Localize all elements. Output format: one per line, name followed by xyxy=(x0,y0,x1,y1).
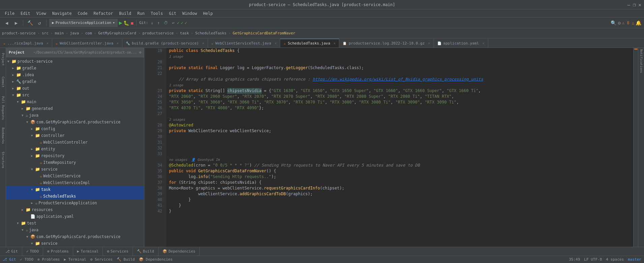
tab-2[interactable]: 🔧build.gradle (product-service)× xyxy=(122,39,208,48)
tree-item[interactable]: ☕ WebClientServiceImpl xyxy=(6,179,144,186)
tree-item[interactable]: ▶ 📁 gradle xyxy=(6,65,144,71)
breadcrumb-method[interactable]: GetGraphicsCardDataFromNaver xyxy=(233,31,295,35)
tree-item[interactable]: ▼ 📁 service xyxy=(6,240,144,247)
git-history[interactable]: ⏱ xyxy=(163,20,169,26)
terminal-button[interactable]: ▶ Terminal xyxy=(64,257,86,262)
tree-item[interactable]: ▶ 🔧 gradle xyxy=(6,78,144,85)
toolbar-sync[interactable]: ↺ xyxy=(35,19,43,27)
menu-item-navigate[interactable]: Navigate xyxy=(50,10,75,17)
dependencies-button[interactable]: 📦 Dependencies xyxy=(139,257,173,262)
tab-close-button[interactable]: × xyxy=(117,41,119,45)
breadcrumb-product-service[interactable]: product-service xyxy=(2,31,35,35)
tree-item[interactable]: ▼ 📁 test xyxy=(6,220,144,227)
bottom-tab-build[interactable]: 🔨Build xyxy=(133,247,158,256)
tree-item[interactable]: ▶ 📁 repository xyxy=(6,152,144,159)
menu-item-tools[interactable]: Tools xyxy=(148,10,166,17)
menu-item-file[interactable]: File xyxy=(2,10,17,17)
tab-4[interactable]: ☕ScheduledTasks.java× xyxy=(280,39,339,48)
toolbar-build[interactable]: 🔨 xyxy=(26,19,34,27)
tree-item[interactable]: ▶ 📁 resources xyxy=(6,206,144,213)
git-push[interactable]: ↑ xyxy=(156,20,161,26)
structure-tool-button[interactable]: Structure xyxy=(0,150,6,170)
bookmarks-tool-button[interactable]: Bookmarks xyxy=(0,125,6,146)
breadcrumb-getmygraphicscard[interactable]: GetMyGraphicsCard xyxy=(98,31,136,35)
tree-item[interactable]: ☕ ItemRepository xyxy=(6,159,144,166)
tree-item[interactable]: ▼ 📦 com.GetMyGraphicsCard.productservice xyxy=(6,233,144,240)
bottom-tab-dependencies[interactable]: 📦Dependencies xyxy=(158,247,200,256)
git-rollback[interactable]: ↩ xyxy=(171,20,176,26)
commit-tool-button[interactable]: Commit xyxy=(0,74,6,90)
toolbar-forward[interactable]: ▶ xyxy=(12,19,20,27)
tree-item[interactable]: ▶ 📁 generated xyxy=(6,105,144,112)
menu-item-view[interactable]: View xyxy=(34,10,49,17)
tree-item[interactable]: ▶ 📁 out xyxy=(6,85,144,92)
tree-item[interactable]: ▶ 📁 config xyxy=(6,125,144,132)
run-config-selector[interactable]: ▶ ProductServiceApplication ▾ xyxy=(49,19,118,27)
search-everywhere-button[interactable]: 🔍 xyxy=(611,20,616,26)
tree-item[interactable]: ▼ 📁 controller xyxy=(6,132,144,139)
tab-5[interactable]: 📋productservice.log.2022-12-18.0.gz× xyxy=(339,39,434,48)
tab-0[interactable]: ☕...riceImpl.java× xyxy=(0,39,52,48)
tab-close-button[interactable]: × xyxy=(274,41,276,45)
services-button[interactable]: ⚙ Services xyxy=(90,257,113,262)
warnings-badge[interactable]: ⚠ 8 △ xyxy=(622,21,634,25)
breadcrumb-main[interactable]: main xyxy=(55,31,64,35)
tree-item[interactable]: ☕ ScheduledTasks xyxy=(6,193,144,200)
pull-requests-tool-button[interactable]: Pull Requests xyxy=(0,94,6,121)
tab-1[interactable]: ☕WebClientController.java× xyxy=(52,39,122,48)
menu-item-help[interactable]: Help xyxy=(200,10,215,17)
menu-item-window[interactable]: Window xyxy=(180,10,200,17)
toolbar-back[interactable]: ◀ xyxy=(3,19,11,27)
bottom-tab-todo[interactable]: ✓TODO xyxy=(22,247,43,256)
url-link[interactable]: https://en.wikipedia.org/wiki/List_of_Nv… xyxy=(313,77,483,82)
tab-close-button[interactable]: × xyxy=(428,41,430,45)
debug-button[interactable]: 🐛 xyxy=(123,20,129,26)
code-editor[interactable]: public class ScheduledTasks {1 usage pri… xyxy=(166,48,633,247)
tab-3[interactable]: ☕WebClientServiceTest.java× xyxy=(208,39,281,48)
menu-item-build[interactable]: Build xyxy=(116,10,134,17)
tab-close-button[interactable]: × xyxy=(202,41,204,45)
settings-button[interactable]: ⚙ xyxy=(618,20,620,26)
tree-item[interactable]: ▼ 📁 src xyxy=(6,92,144,98)
git-update[interactable]: ↓ xyxy=(149,20,154,26)
tree-item[interactable]: 📄 application.yaml xyxy=(6,213,144,220)
tree-item[interactable]: ☕ WebClientController xyxy=(6,139,144,146)
tree-item[interactable]: ▼ 📦 com.GetMyGraphicsCard.productservice xyxy=(6,119,144,125)
tree-item[interactable]: ▼ ☕ java xyxy=(6,227,144,233)
tree-item[interactable]: ▼ 📁 task xyxy=(6,186,144,193)
run-button[interactable]: ▶ xyxy=(119,20,122,26)
menu-item-refactor[interactable]: Refactor xyxy=(91,10,116,17)
menu-item-git[interactable]: Git xyxy=(166,10,179,17)
bottom-tab-services[interactable]: ⚙Services xyxy=(103,247,133,256)
restore-button[interactable]: ❐ xyxy=(633,2,636,7)
tab-close-button[interactable]: × xyxy=(333,41,335,45)
menu-item-run[interactable]: Run xyxy=(135,10,147,17)
tree-item[interactable]: ▶ 📁 entity xyxy=(6,146,144,152)
menu-item-edit[interactable]: Edit xyxy=(18,10,33,17)
bottom-tab-problems[interactable]: ⊗Problems xyxy=(43,247,73,256)
breadcrumb-productservice[interactable]: productservice xyxy=(142,31,174,35)
notifications-right-button[interactable]: Notifications xyxy=(640,49,643,76)
breadcrumb-task[interactable]: task xyxy=(180,31,189,35)
vcs-button[interactable]: ⎇ Git xyxy=(3,257,16,262)
close-button[interactable]: ✕ xyxy=(639,2,641,7)
problems-button[interactable]: ⊗ Problems xyxy=(37,257,60,262)
project-tool-button[interactable]: Project xyxy=(0,49,6,69)
tree-item[interactable]: ▼ ☕ java xyxy=(6,112,144,119)
tree-item[interactable]: ☕ WebClientService xyxy=(6,173,144,179)
tree-item[interactable]: ▼ 📁 main xyxy=(6,98,144,105)
breadcrumb-scheduledtasks[interactable]: ScheduledTasks xyxy=(195,31,227,35)
bottom-tab-terminal[interactable]: ▶Terminal xyxy=(73,247,103,256)
build-button[interactable]: 🔨 Build xyxy=(117,257,135,262)
breadcrumb-src[interactable]: src xyxy=(42,31,49,35)
menu-item-code[interactable]: Code xyxy=(75,10,90,17)
breadcrumb-com[interactable]: com xyxy=(85,31,92,35)
project-panel-settings[interactable]: ⚙ xyxy=(139,50,141,55)
tree-item[interactable]: ▶ ☕ ProductServiceApplication xyxy=(6,200,144,206)
tree-item[interactable]: ▼ 📁 product-service xyxy=(6,58,144,65)
tree-item[interactable]: ▼ 📁 service xyxy=(6,166,144,173)
minimize-button[interactable]: — xyxy=(627,2,630,7)
tree-item[interactable]: ▶ 📁 .idea xyxy=(6,71,144,78)
window-controls[interactable]: — ❐ ✕ xyxy=(627,2,641,7)
bottom-tab-git[interactable]: ⎇Git xyxy=(1,247,22,256)
